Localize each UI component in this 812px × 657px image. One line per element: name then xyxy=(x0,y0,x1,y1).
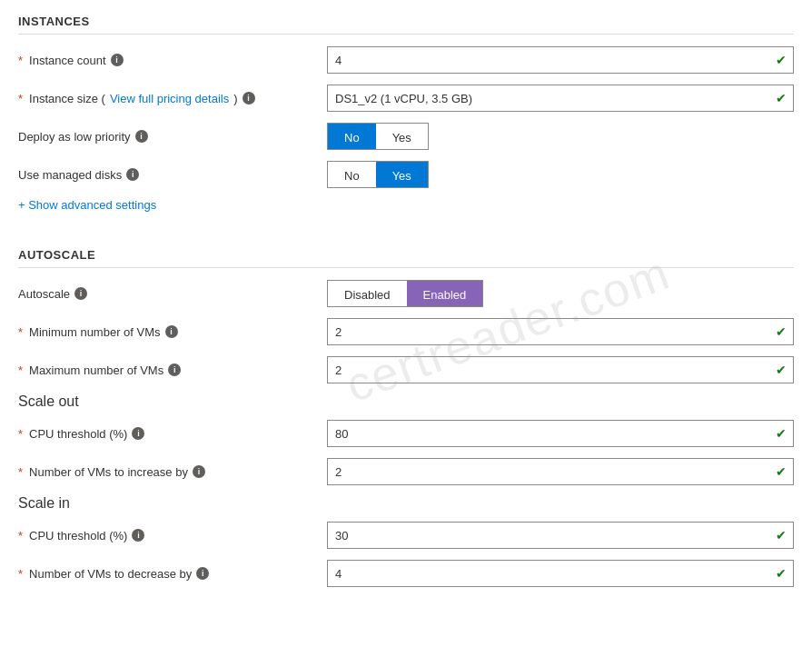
scale-out-cpu-input[interactable] xyxy=(327,420,794,447)
scale-out-cpu-label: * CPU threshold (%) i xyxy=(18,427,327,441)
min-vms-row: * Minimum number of VMs i ✔ xyxy=(18,317,794,346)
min-vms-text: Minimum number of VMs xyxy=(29,325,160,339)
required-star: * xyxy=(18,54,23,67)
required-star-decrease: * xyxy=(18,567,23,581)
autoscale-enabled-btn[interactable]: Enabled xyxy=(407,281,483,307)
autoscale-disabled-btn[interactable]: Disabled xyxy=(328,281,407,307)
instance-size-row: * Instance size (View full pricing detai… xyxy=(18,84,794,113)
max-vms-input[interactable] xyxy=(327,356,794,383)
min-vms-label: * Minimum number of VMs i xyxy=(18,325,327,339)
max-vms-check-icon: ✔ xyxy=(776,363,787,377)
instance-count-check-icon: ✔ xyxy=(776,53,787,67)
scale-out-cpu-info-icon[interactable]: i xyxy=(132,427,144,440)
scale-out-cpu-text: CPU threshold (%) xyxy=(29,427,127,441)
instance-size-input[interactable] xyxy=(327,85,794,112)
managed-disks-toggle: No Yes xyxy=(327,161,429,188)
vm-increase-text: Number of VMs to increase by xyxy=(29,465,188,479)
min-vms-check-icon: ✔ xyxy=(776,324,787,339)
scale-in-cpu-info-icon[interactable]: i xyxy=(132,529,144,542)
scale-in-cpu-label: * CPU threshold (%) i xyxy=(18,529,327,543)
low-priority-no-btn[interactable]: No xyxy=(328,124,376,150)
managed-disks-info-icon[interactable]: i xyxy=(126,168,139,181)
instance-size-text: Instance size ( xyxy=(29,92,105,105)
autoscale-text: Autoscale xyxy=(18,287,70,301)
required-star-min: * xyxy=(18,325,23,339)
scale-in-cpu-row: * CPU threshold (%) i ✔ xyxy=(18,521,794,550)
vm-increase-info-icon[interactable]: i xyxy=(193,465,205,478)
scale-in-cpu-input[interactable] xyxy=(327,522,794,549)
instance-size-check-icon: ✔ xyxy=(776,91,787,105)
autoscale-control: Disabled Enabled xyxy=(327,280,794,307)
max-vms-control: ✔ xyxy=(327,356,794,383)
low-priority-text: Deploy as low priority xyxy=(18,130,131,144)
scale-in-header: Scale in xyxy=(18,495,794,512)
vm-increase-input[interactable] xyxy=(327,458,794,485)
max-vms-row: * Maximum number of VMs i ✔ xyxy=(18,355,794,384)
vm-decrease-info-icon[interactable]: i xyxy=(196,567,209,580)
vm-decrease-text: Number of VMs to decrease by xyxy=(29,567,192,581)
required-star-max: * xyxy=(18,363,23,377)
scale-out-cpu-control: ✔ xyxy=(327,420,794,447)
vm-decrease-input-wrapper: ✔ xyxy=(327,560,794,587)
max-vms-text: Maximum number of VMs xyxy=(29,363,163,377)
managed-disks-label: Use managed disks i xyxy=(18,168,327,182)
managed-disks-no-btn[interactable]: No xyxy=(328,162,376,188)
instance-count-text: Instance count xyxy=(29,54,106,67)
scale-in-cpu-input-wrapper: ✔ xyxy=(327,522,794,549)
low-priority-info-icon[interactable]: i xyxy=(135,130,148,143)
vm-increase-check-icon: ✔ xyxy=(776,464,787,479)
low-priority-row: Deploy as low priority i No Yes xyxy=(18,122,794,151)
min-vms-input-wrapper: ✔ xyxy=(327,318,794,345)
scale-in-cpu-control: ✔ xyxy=(327,522,794,549)
required-star-cpu-in: * xyxy=(18,529,23,543)
managed-disks-row: Use managed disks i No Yes xyxy=(18,160,794,189)
vm-decrease-label: * Number of VMs to decrease by i xyxy=(18,567,327,581)
autoscale-info-icon[interactable]: i xyxy=(74,287,87,300)
managed-disks-text: Use managed disks xyxy=(18,168,122,182)
pricing-details-link[interactable]: View full pricing details xyxy=(110,92,229,105)
instance-size-input-wrapper: ✔ xyxy=(327,85,794,112)
vm-decrease-control: ✔ xyxy=(327,560,794,587)
instance-count-row: * Instance count i ✔ xyxy=(18,45,794,75)
vm-increase-label: * Number of VMs to increase by i xyxy=(18,465,327,479)
instance-count-input[interactable] xyxy=(327,46,794,74)
min-vms-control: ✔ xyxy=(327,318,794,345)
vm-decrease-input[interactable] xyxy=(327,560,794,587)
vm-increase-control: ✔ xyxy=(327,458,794,485)
low-priority-control: No Yes xyxy=(327,123,794,150)
instance-count-info-icon[interactable]: i xyxy=(111,54,124,66)
vm-increase-input-wrapper: ✔ xyxy=(327,458,794,485)
autoscale-row: Autoscale i Disabled Enabled xyxy=(18,279,794,308)
required-star-size: * xyxy=(18,92,23,105)
scale-out-cpu-row: * CPU threshold (%) i ✔ xyxy=(18,419,794,448)
scale-out-cpu-input-wrapper: ✔ xyxy=(327,420,794,447)
scale-in-cpu-check-icon: ✔ xyxy=(776,528,787,543)
instance-size-info-icon[interactable]: i xyxy=(243,92,255,105)
low-priority-yes-btn[interactable]: Yes xyxy=(376,124,428,150)
vm-decrease-row: * Number of VMs to decrease by i ✔ xyxy=(18,559,794,588)
scale-out-cpu-check-icon: ✔ xyxy=(776,426,787,441)
instance-count-input-wrapper: ✔ xyxy=(327,46,794,74)
instance-count-control: ✔ xyxy=(327,46,794,74)
min-vms-info-icon[interactable]: i xyxy=(165,325,178,338)
required-star-cpu-out: * xyxy=(18,427,23,441)
low-priority-label: Deploy as low priority i xyxy=(18,130,327,144)
autoscale-toggle: Disabled Enabled xyxy=(327,280,483,307)
managed-disks-yes-btn[interactable]: Yes xyxy=(376,162,428,188)
max-vms-input-wrapper: ✔ xyxy=(327,356,794,383)
instances-header: INSTANCES xyxy=(18,15,794,35)
scale-in-cpu-text: CPU threshold (%) xyxy=(29,529,127,543)
show-advanced-link[interactable]: + Show advanced settings xyxy=(18,198,156,212)
instance-size-label: * Instance size (View full pricing detai… xyxy=(18,92,327,105)
max-vms-info-icon[interactable]: i xyxy=(168,363,181,376)
instance-size-paren: ) xyxy=(233,92,237,105)
vm-decrease-check-icon: ✔ xyxy=(776,566,787,581)
autoscale-label: Autoscale i xyxy=(18,287,327,301)
max-vms-label: * Maximum number of VMs i xyxy=(18,363,327,377)
min-vms-input[interactable] xyxy=(327,318,794,345)
instance-count-label: * Instance count i xyxy=(18,54,327,67)
vm-increase-row: * Number of VMs to increase by i ✔ xyxy=(18,457,794,486)
managed-disks-control: No Yes xyxy=(327,161,794,188)
low-priority-toggle: No Yes xyxy=(327,123,429,150)
autoscale-header: AUTOSCALE xyxy=(18,248,794,268)
